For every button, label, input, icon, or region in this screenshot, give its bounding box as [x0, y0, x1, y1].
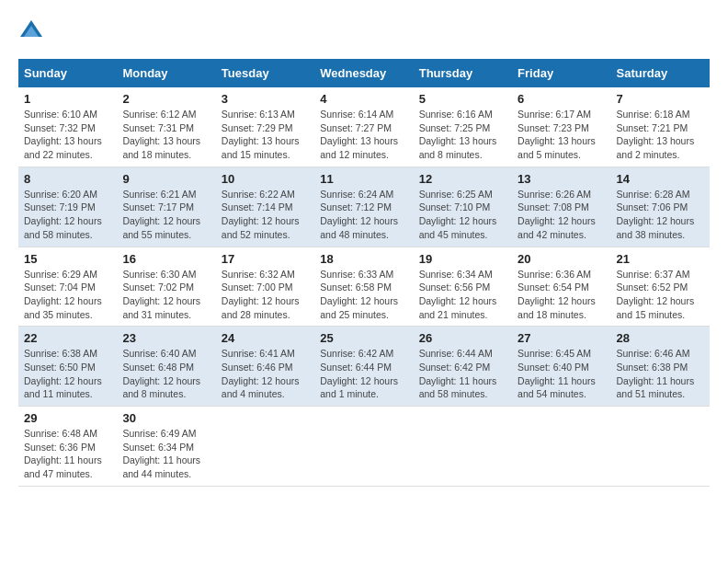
- day-info: Sunrise: 6:10 AM Sunset: 7:32 PM Dayligh…: [24, 108, 111, 162]
- day-info: Sunrise: 6:44 AM Sunset: 6:42 PM Dayligh…: [419, 347, 506, 401]
- calendar-day-cell: 20Sunrise: 6:36 AM Sunset: 6:54 PM Dayli…: [512, 247, 610, 327]
- calendar-day-cell: 11Sunrise: 6:24 AM Sunset: 7:12 PM Dayli…: [314, 167, 413, 247]
- day-info: Sunrise: 6:22 AM Sunset: 7:14 PM Dayligh…: [222, 188, 309, 242]
- day-number: 3: [222, 92, 309, 106]
- empty-cell: [414, 407, 512, 487]
- day-info: Sunrise: 6:42 AM Sunset: 6:44 PM Dayligh…: [320, 347, 407, 401]
- calendar-day-cell: 16Sunrise: 6:30 AM Sunset: 7:02 PM Dayli…: [117, 247, 215, 327]
- calendar-day-cell: 29Sunrise: 6:48 AM Sunset: 6:36 PM Dayli…: [18, 407, 117, 487]
- day-info: Sunrise: 6:26 AM Sunset: 7:08 PM Dayligh…: [518, 188, 605, 242]
- day-info: Sunrise: 6:24 AM Sunset: 7:12 PM Dayligh…: [320, 188, 407, 242]
- day-number: 16: [122, 252, 210, 266]
- day-info: Sunrise: 6:25 AM Sunset: 7:10 PM Dayligh…: [419, 188, 506, 242]
- day-number: 29: [24, 411, 111, 425]
- calendar-day-cell: 10Sunrise: 6:22 AM Sunset: 7:14 PM Dayli…: [216, 167, 314, 247]
- day-info: Sunrise: 6:41 AM Sunset: 6:46 PM Dayligh…: [222, 347, 309, 401]
- day-number: 4: [320, 92, 407, 106]
- day-number: 7: [617, 92, 704, 106]
- day-number: 9: [122, 172, 210, 186]
- empty-cell: [314, 407, 413, 487]
- calendar-week-row: 1Sunrise: 6:10 AM Sunset: 7:32 PM Daylig…: [18, 87, 710, 167]
- weekday-header: Monday: [117, 59, 215, 87]
- weekday-header: Thursday: [414, 59, 512, 87]
- day-info: Sunrise: 6:12 AM Sunset: 7:31 PM Dayligh…: [122, 108, 210, 162]
- calendar-day-cell: 2Sunrise: 6:12 AM Sunset: 7:31 PM Daylig…: [117, 87, 215, 167]
- calendar-day-cell: 21Sunrise: 6:37 AM Sunset: 6:52 PM Dayli…: [611, 247, 710, 327]
- day-info: Sunrise: 6:49 AM Sunset: 6:34 PM Dayligh…: [122, 427, 210, 481]
- calendar-week-row: 15Sunrise: 6:29 AM Sunset: 7:04 PM Dayli…: [18, 247, 710, 327]
- day-number: 19: [419, 252, 506, 266]
- day-number: 17: [222, 252, 309, 266]
- day-info: Sunrise: 6:13 AM Sunset: 7:29 PM Dayligh…: [222, 108, 309, 162]
- calendar-day-cell: 27Sunrise: 6:45 AM Sunset: 6:40 PM Dayli…: [512, 327, 610, 407]
- day-number: 30: [122, 411, 210, 425]
- calendar-day-cell: 25Sunrise: 6:42 AM Sunset: 6:44 PM Dayli…: [314, 327, 413, 407]
- weekday-header: Friday: [512, 59, 610, 87]
- day-info: Sunrise: 6:29 AM Sunset: 7:04 PM Dayligh…: [24, 268, 111, 322]
- day-info: Sunrise: 6:37 AM Sunset: 6:52 PM Dayligh…: [617, 268, 704, 322]
- day-number: 24: [222, 331, 309, 345]
- day-number: 20: [518, 252, 605, 266]
- calendar-day-cell: 17Sunrise: 6:32 AM Sunset: 7:00 PM Dayli…: [216, 247, 314, 327]
- day-info: Sunrise: 6:18 AM Sunset: 7:21 PM Dayligh…: [617, 108, 704, 162]
- calendar-day-cell: 6Sunrise: 6:17 AM Sunset: 7:23 PM Daylig…: [512, 87, 610, 167]
- empty-cell: [611, 407, 710, 487]
- calendar-day-cell: 15Sunrise: 6:29 AM Sunset: 7:04 PM Dayli…: [18, 247, 117, 327]
- calendar-day-cell: 7Sunrise: 6:18 AM Sunset: 7:21 PM Daylig…: [611, 87, 710, 167]
- calendar-day-cell: 4Sunrise: 6:14 AM Sunset: 7:27 PM Daylig…: [314, 87, 413, 167]
- day-number: 28: [617, 331, 704, 345]
- weekday-header: Sunday: [18, 59, 117, 87]
- page-header: [18, 18, 710, 44]
- calendar-day-cell: 28Sunrise: 6:46 AM Sunset: 6:38 PM Dayli…: [611, 327, 710, 407]
- day-number: 22: [24, 331, 111, 345]
- calendar-day-cell: 19Sunrise: 6:34 AM Sunset: 6:56 PM Dayli…: [414, 247, 512, 327]
- day-number: 23: [122, 331, 210, 345]
- day-number: 18: [320, 252, 407, 266]
- calendar-day-cell: 23Sunrise: 6:40 AM Sunset: 6:48 PM Dayli…: [117, 327, 215, 407]
- calendar-week-row: 22Sunrise: 6:38 AM Sunset: 6:50 PM Dayli…: [18, 327, 710, 407]
- calendar-day-cell: 3Sunrise: 6:13 AM Sunset: 7:29 PM Daylig…: [216, 87, 314, 167]
- calendar-day-cell: 1Sunrise: 6:10 AM Sunset: 7:32 PM Daylig…: [18, 87, 117, 167]
- day-info: Sunrise: 6:17 AM Sunset: 7:23 PM Dayligh…: [518, 108, 605, 162]
- day-info: Sunrise: 6:36 AM Sunset: 6:54 PM Dayligh…: [518, 268, 605, 322]
- calendar-day-cell: 13Sunrise: 6:26 AM Sunset: 7:08 PM Dayli…: [512, 167, 610, 247]
- day-number: 21: [617, 252, 704, 266]
- day-number: 25: [320, 331, 407, 345]
- calendar-day-cell: 14Sunrise: 6:28 AM Sunset: 7:06 PM Dayli…: [611, 167, 710, 247]
- day-number: 1: [24, 92, 111, 106]
- calendar-day-cell: 18Sunrise: 6:33 AM Sunset: 6:58 PM Dayli…: [314, 247, 413, 327]
- day-info: Sunrise: 6:21 AM Sunset: 7:17 PM Dayligh…: [122, 188, 210, 242]
- calendar-day-cell: 26Sunrise: 6:44 AM Sunset: 6:42 PM Dayli…: [414, 327, 512, 407]
- day-info: Sunrise: 6:32 AM Sunset: 7:00 PM Dayligh…: [222, 268, 309, 322]
- day-info: Sunrise: 6:45 AM Sunset: 6:40 PM Dayligh…: [518, 347, 605, 401]
- day-info: Sunrise: 6:28 AM Sunset: 7:06 PM Dayligh…: [617, 188, 704, 242]
- calendar-day-cell: 30Sunrise: 6:49 AM Sunset: 6:34 PM Dayli…: [117, 407, 215, 487]
- day-info: Sunrise: 6:38 AM Sunset: 6:50 PM Dayligh…: [24, 347, 111, 401]
- day-number: 26: [419, 331, 506, 345]
- day-number: 8: [24, 172, 111, 186]
- day-info: Sunrise: 6:33 AM Sunset: 6:58 PM Dayligh…: [320, 268, 407, 322]
- weekday-header: Saturday: [611, 59, 710, 87]
- day-info: Sunrise: 6:40 AM Sunset: 6:48 PM Dayligh…: [122, 347, 210, 401]
- calendar-week-row: 8Sunrise: 6:20 AM Sunset: 7:19 PM Daylig…: [18, 167, 710, 247]
- calendar-week-row: 29Sunrise: 6:48 AM Sunset: 6:36 PM Dayli…: [18, 407, 710, 487]
- day-number: 12: [419, 172, 506, 186]
- calendar-day-cell: 22Sunrise: 6:38 AM Sunset: 6:50 PM Dayli…: [18, 327, 117, 407]
- empty-cell: [216, 407, 314, 487]
- calendar-day-cell: 9Sunrise: 6:21 AM Sunset: 7:17 PM Daylig…: [117, 167, 215, 247]
- day-info: Sunrise: 6:46 AM Sunset: 6:38 PM Dayligh…: [617, 347, 704, 401]
- calendar-day-cell: 5Sunrise: 6:16 AM Sunset: 7:25 PM Daylig…: [414, 87, 512, 167]
- weekday-header: Wednesday: [314, 59, 413, 87]
- day-number: 14: [617, 172, 704, 186]
- calendar-table: SundayMondayTuesdayWednesdayThursdayFrid…: [18, 59, 710, 487]
- day-info: Sunrise: 6:16 AM Sunset: 7:25 PM Dayligh…: [419, 108, 506, 162]
- day-info: Sunrise: 6:14 AM Sunset: 7:27 PM Dayligh…: [320, 108, 407, 162]
- calendar-day-cell: 8Sunrise: 6:20 AM Sunset: 7:19 PM Daylig…: [18, 167, 117, 247]
- day-number: 11: [320, 172, 407, 186]
- day-info: Sunrise: 6:34 AM Sunset: 6:56 PM Dayligh…: [419, 268, 506, 322]
- empty-cell: [512, 407, 610, 487]
- calendar-day-cell: 24Sunrise: 6:41 AM Sunset: 6:46 PM Dayli…: [216, 327, 314, 407]
- day-info: Sunrise: 6:30 AM Sunset: 7:02 PM Dayligh…: [122, 268, 210, 322]
- logo: [18, 18, 48, 44]
- day-info: Sunrise: 6:48 AM Sunset: 6:36 PM Dayligh…: [24, 427, 111, 481]
